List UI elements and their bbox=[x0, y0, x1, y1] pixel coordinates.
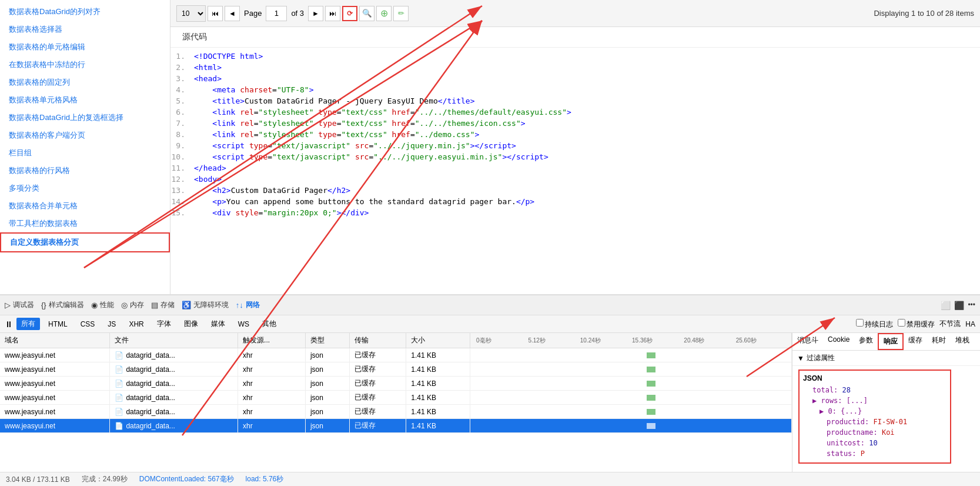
tl-label-0: 0毫秒 bbox=[475, 337, 527, 345]
disable-cache-cb[interactable] bbox=[898, 319, 905, 327]
table-row[interactable]: www.jeasyui.net 📄datagrid_data... xhr js… bbox=[0, 391, 792, 405]
tab-stack[interactable]: 堆栈 bbox=[951, 333, 974, 350]
line-num-0: 1. bbox=[170, 52, 194, 61]
cell-domain-0: www.jeasyui.net bbox=[0, 348, 110, 362]
pager-prev-btn[interactable]: ◄ bbox=[225, 6, 240, 21]
code-line-10: 11.</head> bbox=[170, 162, 980, 174]
status-dom[interactable]: DOMContentLoaded: 567毫秒 bbox=[139, 474, 234, 484]
sidebar: 数据表格DataGrid的列对齐 数据表格选择器 数据表格的单元格编辑 在数据表… bbox=[0, 0, 170, 294]
page-input[interactable] bbox=[266, 6, 287, 21]
pager-first-btn[interactable]: ⏮ bbox=[208, 6, 223, 21]
json-item0[interactable]: ▶ 0: {...} bbox=[803, 406, 946, 417]
cell-type-4: json bbox=[305, 405, 349, 419]
pager-last-btn[interactable]: ⏭ bbox=[325, 6, 340, 21]
sidebar-item-10[interactable]: 多项分类 bbox=[0, 179, 170, 197]
sidebar-item-9[interactable]: 数据表格的行风格 bbox=[0, 162, 170, 179]
status-load[interactable]: load: 5.76秒 bbox=[246, 474, 284, 484]
table-row[interactable]: www.jeasyui.net 📄datagrid_data... xhr js… bbox=[0, 348, 792, 362]
pager-next-btn[interactable]: ► bbox=[308, 6, 323, 21]
table-row[interactable]: www.jeasyui.net 📄datagrid_data... xhr js… bbox=[0, 377, 792, 391]
tab-timing[interactable]: 耗时 bbox=[927, 333, 951, 350]
cell-type-3: json bbox=[305, 391, 349, 405]
json-productname-val: Koi bbox=[882, 428, 895, 437]
code-line-1: 2.<html> bbox=[170, 62, 980, 73]
net-tab-image[interactable]: 图像 bbox=[179, 318, 203, 330]
col-trigger[interactable]: 触发源... bbox=[238, 333, 306, 348]
table-row[interactable]: www.jeasyui.net 📄datagrid_data... xhr js… bbox=[0, 419, 792, 433]
sidebar-item-13[interactable]: 自定义数据表格分页 bbox=[0, 232, 170, 252]
devtools-tool-memory[interactable]: ◎ 内存 bbox=[121, 300, 144, 310]
json-status: status: P bbox=[803, 448, 946, 459]
cell-timeline-0 bbox=[470, 348, 792, 362]
sidebar-item-3[interactable]: 在数据表格中冻结的行 bbox=[0, 56, 170, 74]
devtools-tool-perf[interactable]: ◉ 性能 bbox=[91, 300, 114, 310]
tab-cache[interactable]: 缓存 bbox=[904, 333, 927, 350]
sidebar-item-8[interactable]: 栏目组 bbox=[0, 144, 170, 162]
sidebar-item-1[interactable]: 数据表格选择器 bbox=[0, 21, 170, 38]
net-tab-html[interactable]: HTML bbox=[44, 319, 72, 329]
net-tab-media[interactable]: 媒体 bbox=[206, 318, 230, 330]
col-size[interactable]: 大小 bbox=[406, 333, 470, 348]
persistent-log-cb[interactable] bbox=[856, 319, 864, 327]
net-tab-other[interactable]: 其他 bbox=[257, 318, 281, 330]
pause-btn[interactable]: ⏸ bbox=[5, 319, 13, 329]
pager-refresh-btn[interactable]: ⟳ bbox=[342, 6, 357, 21]
devtools-tool-debugger[interactable]: ▷ 调试器 bbox=[5, 300, 34, 310]
sidebar-item-4[interactable]: 数据表格的固定列 bbox=[0, 74, 170, 91]
cell-timeline-3 bbox=[470, 391, 792, 405]
tab-cookie[interactable]: Cookie bbox=[823, 333, 854, 350]
tab-response[interactable]: 响应 bbox=[878, 333, 904, 350]
page-size-select[interactable]: 10 20 30 bbox=[176, 5, 206, 22]
line-content-1: <html> bbox=[194, 63, 980, 72]
json-title: JSON bbox=[803, 374, 946, 382]
sidebar-item-7[interactable]: 数据表格的客户端分页 bbox=[0, 127, 170, 144]
col-domain[interactable]: 域名 bbox=[0, 333, 110, 348]
page-label: Page bbox=[244, 9, 262, 18]
net-tab-xhr[interactable]: XHR bbox=[124, 319, 148, 329]
net-tab-css[interactable]: CSS bbox=[76, 319, 100, 329]
tl-label-4: 20.48秒 bbox=[683, 337, 734, 345]
source-code: 1.<!DOCTYPE html>2.<html>3.<head>4. <met… bbox=[170, 48, 980, 294]
json-productname: productname: Koi bbox=[803, 427, 946, 438]
table-row[interactable]: www.jeasyui.net 📄datagrid_data... xhr js… bbox=[0, 362, 792, 377]
sidebar-item-11[interactable]: 数据表格合并单元格 bbox=[0, 197, 170, 215]
devtools-dock-btn[interactable]: ⬜ bbox=[941, 301, 951, 310]
tab-params[interactable]: 参数 bbox=[854, 333, 878, 350]
line-num-3: 4. bbox=[170, 85, 194, 94]
col-transfer[interactable]: 传输 bbox=[349, 333, 406, 348]
line-content-11: <body> bbox=[194, 175, 980, 184]
cell-trigger-1: xhr bbox=[238, 362, 306, 377]
line-content-0: <!DOCTYPE html> bbox=[194, 52, 980, 61]
col-timeline[interactable]: 0毫秒 5.12秒 10.24秒 15.36秒 20.48秒 25.60秒 bbox=[470, 333, 792, 348]
sidebar-item-12[interactable]: 带工具栏的数据表格 bbox=[0, 215, 170, 232]
col-type[interactable]: 类型 bbox=[305, 333, 349, 348]
sidebar-item-6[interactable]: 数据表格DataGrid上的复选框选择 bbox=[0, 109, 170, 127]
persistent-log-label[interactable]: 持续日志 bbox=[856, 319, 893, 329]
devtools-tool-network[interactable]: ↑↓ 网络 bbox=[236, 300, 260, 310]
devtools-tool-a11y[interactable]: ♿ 无障碍环境 bbox=[182, 300, 229, 310]
col-file[interactable]: 文件 bbox=[110, 333, 238, 348]
table-row[interactable]: www.jeasyui.net 📄datagrid_data... xhr js… bbox=[0, 405, 792, 419]
net-tab-all[interactable]: 所有 bbox=[16, 318, 40, 330]
tab-messages[interactable]: 消息斗 bbox=[792, 333, 823, 350]
json-productid: productid: FI-SW-01 bbox=[803, 417, 946, 427]
net-tab-font[interactable]: 字体 bbox=[152, 318, 176, 330]
devtools-tool-style[interactable]: {} 样式编辑器 bbox=[41, 300, 84, 310]
line-num-14: 15. bbox=[170, 208, 194, 217]
net-tab-ws[interactable]: WS bbox=[233, 319, 254, 329]
memory-icon: ◎ bbox=[121, 301, 128, 309]
sidebar-item-5[interactable]: 数据表格单元格风格 bbox=[0, 91, 170, 109]
disable-cache-label[interactable]: 禁用缓存 bbox=[898, 319, 935, 329]
devtools-more-btn[interactable]: ••• bbox=[968, 301, 975, 310]
pager-edit-btn[interactable]: ✏ bbox=[393, 6, 409, 21]
json-productid-val: FI-SW-01 bbox=[873, 418, 907, 426]
pager-zoom-btn[interactable]: 🔍 bbox=[359, 6, 374, 21]
sidebar-item-2[interactable]: 数据表格的单元格编辑 bbox=[0, 38, 170, 56]
devtools-undock-btn[interactable]: ⬛ bbox=[954, 301, 964, 310]
json-rows[interactable]: ▶ rows: [...] bbox=[803, 395, 946, 406]
sidebar-item-0[interactable]: 数据表格DataGrid的列对齐 bbox=[0, 3, 170, 21]
pager-add-btn[interactable]: ⊕ bbox=[376, 6, 392, 21]
net-tab-js[interactable]: JS bbox=[103, 319, 121, 329]
devtools-tool-storage[interactable]: ▤ 存储 bbox=[151, 300, 175, 310]
json-total-val: 28 bbox=[842, 386, 851, 394]
